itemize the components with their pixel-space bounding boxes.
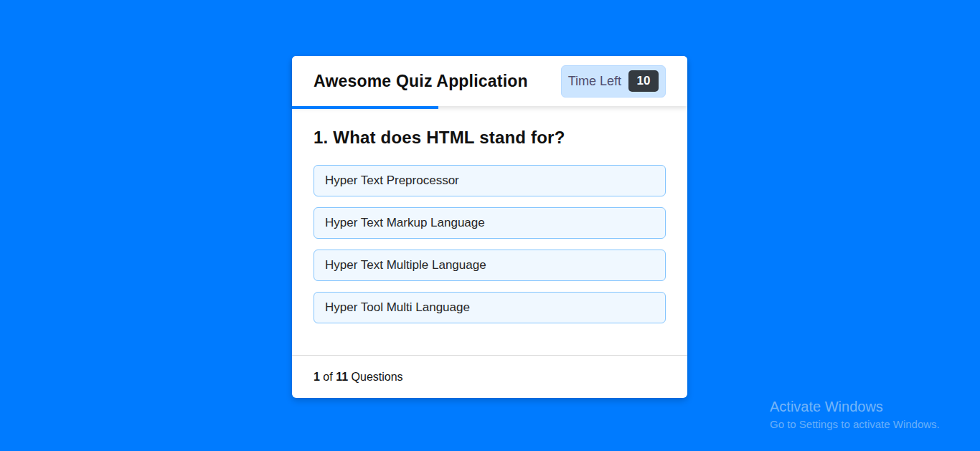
question-counter: 1 of 11 Questions	[314, 371, 403, 384]
option-button[interactable]: Hyper Tool Multi Language	[314, 292, 666, 323]
quiz-footer: 1 of 11 Questions	[292, 355, 687, 398]
watermark-subtitle: Go to Settings to activate Windows.	[770, 418, 940, 430]
timer-seconds-value: 10	[628, 70, 659, 92]
total-question-number: 11	[336, 371, 348, 383]
time-left-label: Time Left	[568, 74, 621, 89]
current-question-number: 1	[314, 371, 320, 383]
option-button[interactable]: Hyper Text Multiple Language	[314, 250, 666, 281]
app-title: Awesome Quiz Application	[314, 72, 528, 91]
option-button[interactable]: Hyper Text Markup Language	[314, 207, 666, 239]
question-section: 1. What does HTML stand for? Hyper Text …	[292, 106, 687, 323]
windows-activation-watermark: Activate Windows Go to Settings to activ…	[770, 399, 940, 430]
timer-badge: Time Left 10	[561, 65, 666, 98]
quiz-card: Awesome Quiz Application Time Left 10 1.…	[292, 56, 687, 398]
quiz-header: Awesome Quiz Application Time Left 10	[292, 56, 687, 106]
question-text: 1. What does HTML stand for?	[314, 128, 666, 148]
counter-separator: of	[323, 371, 332, 383]
option-button[interactable]: Hyper Text Preprocessor	[314, 165, 666, 196]
watermark-title: Activate Windows	[770, 399, 940, 415]
counter-label: Questions	[352, 371, 403, 383]
